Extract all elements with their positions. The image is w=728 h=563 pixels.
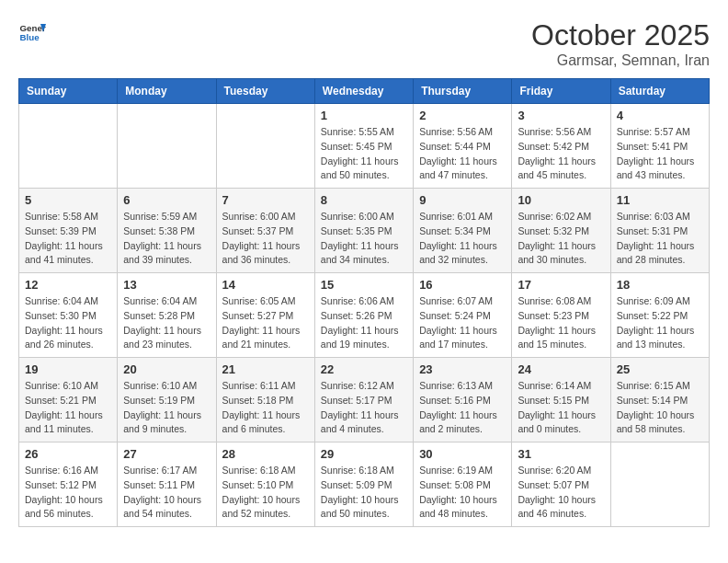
calendar-cell: 21Sunrise: 6:11 AM Sunset: 5:18 PM Dayli…	[216, 358, 314, 442]
calendar-cell: 19Sunrise: 6:10 AM Sunset: 5:21 PM Dayli…	[19, 358, 118, 442]
calendar-cell: 10Sunrise: 6:02 AM Sunset: 5:32 PM Dayli…	[512, 189, 610, 273]
day-info: Sunrise: 6:18 AM Sunset: 5:10 PM Dayligh…	[222, 464, 309, 522]
day-info: Sunrise: 6:20 AM Sunset: 5:07 PM Dayligh…	[518, 464, 604, 522]
weekday-header-wednesday: Wednesday	[314, 79, 413, 104]
calendar-cell: 4Sunrise: 5:57 AM Sunset: 5:41 PM Daylig…	[610, 104, 709, 189]
svg-text:Blue: Blue	[20, 32, 40, 42]
day-info: Sunrise: 6:12 AM Sunset: 5:17 PM Dayligh…	[321, 379, 407, 437]
logo: General Blue	[18, 18, 46, 46]
weekday-header-monday: Monday	[118, 79, 216, 104]
calendar-cell: 2Sunrise: 5:56 AM Sunset: 5:44 PM Daylig…	[414, 104, 512, 189]
calendar-cell: 27Sunrise: 6:17 AM Sunset: 5:11 PM Dayli…	[118, 442, 216, 527]
logo-icon: General Blue	[18, 18, 46, 46]
day-info: Sunrise: 6:08 AM Sunset: 5:23 PM Dayligh…	[518, 294, 604, 352]
day-info: Sunrise: 6:13 AM Sunset: 5:16 PM Dayligh…	[419, 379, 506, 437]
day-info: Sunrise: 6:15 AM Sunset: 5:14 PM Dayligh…	[617, 379, 703, 437]
day-info: Sunrise: 6:10 AM Sunset: 5:19 PM Dayligh…	[123, 379, 210, 437]
day-number: 4	[617, 109, 703, 122]
day-number: 13	[123, 278, 210, 292]
calendar-cell: 13Sunrise: 6:04 AM Sunset: 5:28 PM Dayli…	[118, 273, 216, 358]
day-info: Sunrise: 6:04 AM Sunset: 5:28 PM Dayligh…	[123, 294, 210, 352]
weekday-header-thursday: Thursday	[414, 79, 512, 104]
day-number: 24	[518, 362, 604, 376]
month-title: October 2025	[531, 18, 710, 52]
calendar-cell: 14Sunrise: 6:05 AM Sunset: 5:27 PM Dayli…	[216, 273, 314, 358]
weekday-header-friday: Friday	[512, 79, 610, 104]
week-row-3: 12Sunrise: 6:04 AM Sunset: 5:30 PM Dayli…	[19, 273, 710, 358]
day-number: 5	[25, 193, 111, 207]
calendar-cell	[216, 104, 314, 189]
day-number: 16	[419, 278, 506, 292]
day-number: 23	[419, 362, 506, 376]
day-number: 12	[25, 278, 111, 292]
location-subtitle: Garmsar, Semnan, Iran	[531, 52, 710, 69]
day-info: Sunrise: 6:09 AM Sunset: 5:22 PM Dayligh…	[617, 294, 703, 352]
week-row-4: 19Sunrise: 6:10 AM Sunset: 5:21 PM Dayli…	[19, 358, 710, 442]
calendar-cell: 29Sunrise: 6:18 AM Sunset: 5:09 PM Dayli…	[314, 442, 413, 527]
calendar-cell: 30Sunrise: 6:19 AM Sunset: 5:08 PM Dayli…	[414, 442, 512, 527]
day-info: Sunrise: 5:56 AM Sunset: 5:44 PM Dayligh…	[419, 125, 506, 183]
day-info: Sunrise: 6:03 AM Sunset: 5:31 PM Dayligh…	[617, 210, 703, 268]
day-number: 10	[518, 193, 604, 207]
calendar-cell: 24Sunrise: 6:14 AM Sunset: 5:15 PM Dayli…	[512, 358, 610, 442]
day-number: 9	[419, 193, 506, 207]
day-number: 7	[222, 193, 309, 207]
day-number: 26	[25, 447, 111, 461]
day-info: Sunrise: 6:11 AM Sunset: 5:18 PM Dayligh…	[222, 379, 309, 437]
day-info: Sunrise: 6:02 AM Sunset: 5:32 PM Dayligh…	[518, 210, 604, 268]
day-number: 27	[123, 447, 210, 461]
calendar-cell: 1Sunrise: 5:55 AM Sunset: 5:45 PM Daylig…	[314, 104, 413, 189]
week-row-2: 5Sunrise: 5:58 AM Sunset: 5:39 PM Daylig…	[19, 189, 710, 273]
calendar-cell: 5Sunrise: 5:58 AM Sunset: 5:39 PM Daylig…	[19, 189, 118, 273]
calendar-cell: 20Sunrise: 6:10 AM Sunset: 5:19 PM Dayli…	[118, 358, 216, 442]
day-info: Sunrise: 6:07 AM Sunset: 5:24 PM Dayligh…	[419, 294, 506, 352]
day-number: 19	[25, 362, 111, 376]
day-info: Sunrise: 6:00 AM Sunset: 5:37 PM Dayligh…	[222, 210, 309, 268]
day-info: Sunrise: 6:10 AM Sunset: 5:21 PM Dayligh…	[25, 379, 111, 437]
day-info: Sunrise: 5:55 AM Sunset: 5:45 PM Dayligh…	[321, 125, 407, 183]
day-number: 15	[321, 278, 407, 292]
weekday-header-sunday: Sunday	[19, 79, 118, 104]
day-info: Sunrise: 6:16 AM Sunset: 5:12 PM Dayligh…	[25, 464, 111, 522]
week-row-1: 1Sunrise: 5:55 AM Sunset: 5:45 PM Daylig…	[19, 104, 710, 189]
calendar-cell: 31Sunrise: 6:20 AM Sunset: 5:07 PM Dayli…	[512, 442, 610, 527]
day-number: 14	[222, 278, 309, 292]
day-info: Sunrise: 5:57 AM Sunset: 5:41 PM Dayligh…	[617, 125, 703, 183]
week-row-5: 26Sunrise: 6:16 AM Sunset: 5:12 PM Dayli…	[19, 442, 710, 527]
calendar-cell: 3Sunrise: 5:56 AM Sunset: 5:42 PM Daylig…	[512, 104, 610, 189]
calendar-cell: 8Sunrise: 6:00 AM Sunset: 5:35 PM Daylig…	[314, 189, 413, 273]
day-number: 21	[222, 362, 309, 376]
calendar-cell: 7Sunrise: 6:00 AM Sunset: 5:37 PM Daylig…	[216, 189, 314, 273]
weekday-header-tuesday: Tuesday	[216, 79, 314, 104]
day-number: 3	[518, 109, 604, 122]
calendar-cell: 22Sunrise: 6:12 AM Sunset: 5:17 PM Dayli…	[314, 358, 413, 442]
day-info: Sunrise: 5:59 AM Sunset: 5:38 PM Dayligh…	[123, 210, 210, 268]
day-number: 2	[419, 109, 506, 122]
day-number: 29	[321, 447, 407, 461]
day-number: 18	[617, 278, 703, 292]
day-info: Sunrise: 6:05 AM Sunset: 5:27 PM Dayligh…	[222, 294, 309, 352]
day-info: Sunrise: 6:19 AM Sunset: 5:08 PM Dayligh…	[419, 464, 506, 522]
day-number: 25	[617, 362, 703, 376]
day-number: 28	[222, 447, 309, 461]
day-number: 11	[617, 193, 703, 207]
day-number: 17	[518, 278, 604, 292]
calendar-cell: 12Sunrise: 6:04 AM Sunset: 5:30 PM Dayli…	[19, 273, 118, 358]
day-info: Sunrise: 6:17 AM Sunset: 5:11 PM Dayligh…	[123, 464, 210, 522]
day-info: Sunrise: 6:00 AM Sunset: 5:35 PM Dayligh…	[321, 210, 407, 268]
day-number: 20	[123, 362, 210, 376]
day-info: Sunrise: 6:01 AM Sunset: 5:34 PM Dayligh…	[419, 210, 506, 268]
day-info: Sunrise: 5:58 AM Sunset: 5:39 PM Dayligh…	[25, 210, 111, 268]
calendar-table: SundayMondayTuesdayWednesdayThursdayFrid…	[18, 78, 710, 527]
calendar-cell: 28Sunrise: 6:18 AM Sunset: 5:10 PM Dayli…	[216, 442, 314, 527]
day-info: Sunrise: 6:14 AM Sunset: 5:15 PM Dayligh…	[518, 379, 604, 437]
day-number: 22	[321, 362, 407, 376]
title-block: October 2025 Garmsar, Semnan, Iran	[531, 18, 710, 69]
calendar-cell	[118, 104, 216, 189]
day-number: 8	[321, 193, 407, 207]
day-number: 31	[518, 447, 604, 461]
day-number: 1	[321, 109, 407, 122]
day-number: 6	[123, 193, 210, 207]
weekday-header-saturday: Saturday	[610, 79, 709, 104]
day-info: Sunrise: 6:06 AM Sunset: 5:26 PM Dayligh…	[321, 294, 407, 352]
